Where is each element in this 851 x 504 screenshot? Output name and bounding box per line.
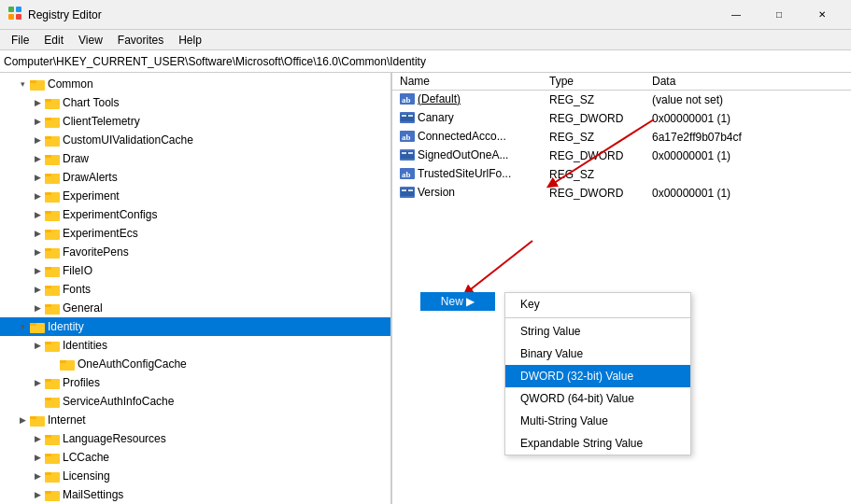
folder-icon-experimentconfigs	[45, 207, 60, 222]
expander-languageresources[interactable]: ▶	[30, 431, 45, 446]
svg-rect-37	[45, 379, 51, 382]
tree-item-fileio[interactable]: ▶ FileIO	[0, 261, 390, 280]
expander-experimentconfigs[interactable]: ▶	[30, 207, 45, 222]
tree-item-lccache[interactable]: ▶ LCCache	[0, 448, 390, 467]
close-button[interactable]: ✕	[801, 0, 844, 30]
svg-rect-0	[8, 7, 14, 12]
menu-view[interactable]: View	[71, 32, 110, 49]
svg-rect-31	[30, 323, 36, 326]
folder-icon-identity	[30, 319, 45, 334]
minimize-button[interactable]: —	[715, 0, 758, 30]
tree-item-languageresources[interactable]: ▶ LanguageResources	[0, 429, 390, 448]
folder-icon-serviceauth	[45, 394, 60, 409]
expander-draw[interactable]: ▶	[30, 151, 45, 166]
tree-label-licensing: Licensing	[63, 469, 110, 483]
svg-rect-3	[16, 14, 21, 20]
tree-item-clienttelemetry[interactable]: ▶ ClientTelemetry	[0, 112, 390, 131]
expander-identity[interactable]: ▾	[15, 319, 30, 334]
tree-item-common[interactable]: ▾ Common	[0, 75, 390, 93]
menu-dword-value[interactable]: DWORD (32-bit) Value	[505, 365, 690, 387]
tree-item-mailsettings[interactable]: ▶ MailSettings	[0, 485, 390, 504]
tree-label-serviceauth: ServiceAuthInfoCache	[63, 395, 174, 408]
tree-item-draw[interactable]: ▶ Draw	[0, 149, 390, 168]
expander-profiles[interactable]: ▶	[30, 375, 45, 390]
svg-rect-13	[45, 155, 51, 158]
tree-item-identity[interactable]: ▾ Identity	[0, 317, 390, 336]
table-row[interactable]: Canary REG_DWORD 0x00000001 (1)	[392, 109, 851, 128]
expander-mailsettings[interactable]: ▶	[30, 487, 45, 502]
menu-key[interactable]: Key	[505, 293, 690, 315]
folder-icon-charttools	[45, 95, 60, 110]
expander-drawalerts[interactable]: ▶	[30, 170, 45, 185]
tree-item-profiles[interactable]: ▶ Profiles	[0, 373, 390, 392]
menu-file[interactable]: File	[4, 32, 36, 49]
table-row[interactable]: ab TrustedSiteUrlFo... REG_SZ	[392, 165, 851, 184]
expander-experimentecs[interactable]: ▶	[30, 226, 45, 241]
tree-item-experimentecs[interactable]: ▶ ExperimentEcs	[0, 224, 390, 243]
tree-item-identities[interactable]: ▶ Identities	[0, 336, 390, 355]
tree-label-lccache: LCCache	[63, 451, 109, 464]
expander-experiment[interactable]: ▶	[30, 189, 45, 203]
tree-item-favoritepens[interactable]: ▶ FavoritePens	[0, 243, 390, 261]
expander-licensing[interactable]: ▶	[30, 469, 45, 483]
expander-internet[interactable]: ▶	[15, 413, 30, 427]
expander-fonts[interactable]: ▶	[30, 282, 45, 297]
reg-dword-icon	[400, 112, 415, 123]
svg-rect-19	[45, 211, 51, 214]
svg-rect-72	[402, 189, 406, 191]
expander-general[interactable]: ▶	[30, 301, 45, 315]
tree-label-experimentecs: ExperimentEcs	[63, 227, 138, 240]
tree-label-experiment: Experiment	[63, 189, 120, 203]
tree-item-charttools[interactable]: ▶ Chart Tools	[0, 93, 390, 112]
menu-multi-string-value[interactable]: Multi-String Value	[505, 410, 690, 432]
expander-common[interactable]: ▾	[15, 77, 30, 91]
tree-item-experiment[interactable]: ▶ Experiment	[0, 187, 390, 205]
expander-identities[interactable]: ▶	[30, 338, 45, 353]
tree-item-experimentconfigs[interactable]: ▶ ExperimentConfigs	[0, 205, 390, 224]
expander-lccache[interactable]: ▶	[30, 450, 45, 465]
cell-type: REG_DWORD	[542, 147, 645, 165]
menu-edit[interactable]: Edit	[36, 32, 71, 49]
tree-pane[interactable]: ▾ Common ▶ Chart Tools ▶ ClientTelemetry…	[0, 73, 392, 504]
svg-rect-33	[45, 342, 51, 344]
menu-help[interactable]: Help	[171, 32, 209, 49]
cell-type: REG_SZ	[542, 128, 645, 147]
tree-item-licensing[interactable]: ▶ Licensing	[0, 467, 390, 485]
tree-item-drawalerts[interactable]: ▶ DrawAlerts	[0, 168, 390, 187]
tree-label-languageresources: LanguageResources	[63, 432, 166, 445]
address-path: Computer\HKEY_CURRENT_USER\Software\Micr…	[4, 55, 426, 68]
menu-string-value[interactable]: String Value	[505, 320, 690, 343]
expander-favoritepens[interactable]: ▶	[30, 245, 45, 259]
svg-rect-60	[402, 115, 406, 117]
cell-data: (value not set)	[645, 91, 851, 110]
table-row[interactable]: ab ConnectedAcco... REG_SZ 6a17e2ff9b07b…	[392, 128, 851, 147]
expander-clienttelemetry[interactable]: ▶	[30, 114, 45, 129]
tree-item-serviceauth[interactable]: ServiceAuthInfoCache	[0, 392, 390, 411]
svg-rect-5	[30, 80, 36, 83]
new-button[interactable]: New ▶	[420, 292, 495, 311]
svg-rect-73	[408, 189, 413, 191]
maximize-button[interactable]: □	[758, 0, 801, 30]
table-row[interactable]: Version REG_DWORD 0x00000001 (1)	[392, 184, 851, 203]
menu-favorites[interactable]: Favorites	[110, 32, 171, 49]
menu-binary-value[interactable]: Binary Value	[505, 343, 690, 365]
svg-rect-17	[45, 192, 51, 195]
tree-label-experimentconfigs: ExperimentConfigs	[63, 208, 157, 221]
expander-fileio[interactable]: ▶	[30, 263, 45, 278]
expander-customui[interactable]: ▶	[30, 133, 45, 147]
folder-icon-lccache	[45, 450, 60, 465]
tree-item-general[interactable]: ▶ General	[0, 299, 390, 317]
tree-item-fonts[interactable]: ▶ Fonts	[0, 280, 390, 299]
tree-item-customui[interactable]: ▶ CustomUIValidationCache	[0, 131, 390, 149]
folder-icon-experimentecs	[45, 226, 60, 241]
reg-sz-icon: ab	[400, 93, 415, 105]
tree-item-oneauth[interactable]: OneAuthConfigCache	[0, 355, 390, 373]
table-row[interactable]: SignedOutOneA... REG_DWORD 0x00000001 (1…	[392, 147, 851, 165]
expander-charttools[interactable]: ▶	[30, 95, 45, 110]
menu-qword-value[interactable]: QWORD (64-bit) Value	[505, 387, 690, 410]
menu-divider1	[505, 317, 690, 318]
cell-data: 0x00000001 (1)	[645, 184, 851, 203]
tree-item-internet[interactable]: ▶ Internet	[0, 411, 390, 429]
table-row[interactable]: ab (Default) REG_SZ (value not set)	[392, 91, 851, 110]
menu-expandable-string-value[interactable]: Expandable String Value	[505, 432, 690, 455]
